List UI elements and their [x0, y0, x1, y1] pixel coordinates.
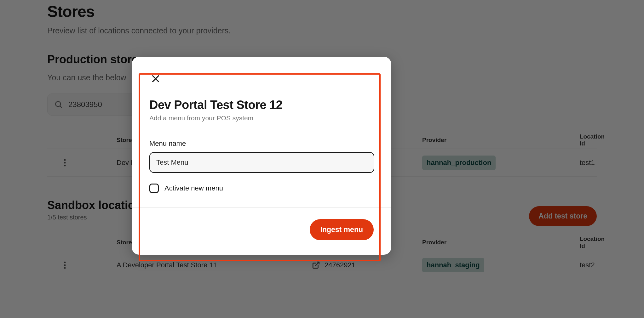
- close-icon: [151, 74, 160, 83]
- stores-page: Stores Preview list of locations connect…: [0, 0, 644, 318]
- modal-subtitle: Add a menu from your POS system: [149, 114, 374, 122]
- activate-menu-label: Activate new menu: [164, 184, 223, 192]
- menu-name-input[interactable]: [149, 152, 374, 173]
- modal-title: Dev Portal Test Store 12: [149, 98, 374, 112]
- menu-name-label: Menu name: [149, 139, 374, 148]
- close-button[interactable]: [149, 72, 162, 85]
- activate-menu-row: Activate new menu: [149, 184, 374, 193]
- ingest-menu-modal: Dev Portal Test Store 12 Add a menu from…: [132, 57, 391, 255]
- activate-menu-checkbox[interactable]: [149, 184, 159, 193]
- modal-footer: Ingest menu: [132, 207, 391, 255]
- ingest-menu-button[interactable]: Ingest menu: [310, 219, 374, 240]
